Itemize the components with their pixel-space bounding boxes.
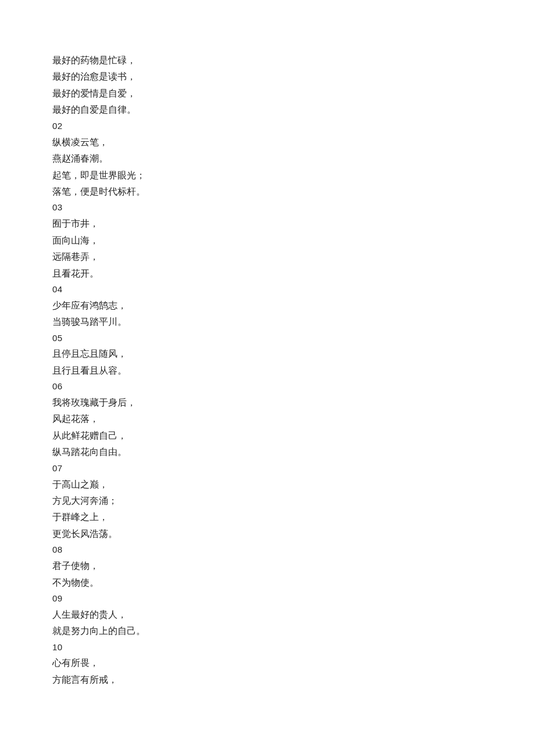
text-line: 04 — [52, 282, 459, 298]
document-body: 最好的药物是忙碌，最好的治愈是读书，最好的爱情是自爱，最好的自爱是自律。02纵横… — [52, 52, 459, 688]
text-line: 更觉长风浩荡。 — [52, 526, 459, 542]
text-line: 纵横凌云笔， — [52, 134, 459, 151]
text-line: 方能言有所戒， — [52, 672, 459, 688]
text-line: 07 — [52, 461, 459, 476]
text-line: 且行且看且从容。 — [52, 363, 459, 379]
text-line: 最好的药物是忙碌， — [52, 52, 459, 69]
text-line: 囿于市井， — [52, 216, 459, 232]
text-line: 03 — [52, 200, 459, 216]
text-line: 最好的治愈是读书， — [52, 69, 459, 85]
text-line: 人生最好的贵人， — [52, 607, 459, 623]
text-line: 于高山之巅， — [52, 476, 459, 493]
text-line: 05 — [52, 331, 459, 346]
text-line: 我将玫瑰藏于身后， — [52, 395, 459, 411]
text-line: 且停且忘且随风， — [52, 346, 459, 362]
text-line: 纵马踏花向自由。 — [52, 444, 459, 460]
text-line: 心有所畏， — [52, 655, 459, 671]
text-line: 且看花开。 — [52, 266, 459, 282]
text-line: 于群峰之上， — [52, 509, 459, 525]
text-line: 方见大河奔涌； — [52, 493, 459, 509]
text-line: 就是努力向上的自己。 — [52, 623, 459, 639]
text-line: 君子使物， — [52, 558, 459, 574]
text-line: 落笔，便是时代标杆。 — [52, 184, 459, 200]
text-line: 当骑骏马踏平川。 — [52, 314, 459, 330]
text-line: 风起花落， — [52, 411, 459, 427]
text-line: 远隔巷弄， — [52, 249, 459, 265]
text-line: 09 — [52, 591, 459, 607]
text-line: 少年应有鸿鹄志， — [52, 298, 459, 314]
text-line: 面向山海， — [52, 232, 459, 249]
text-line: 最好的爱情是自爱， — [52, 85, 459, 102]
text-line: 08 — [52, 542, 459, 558]
text-line: 燕赵涌春潮。 — [52, 151, 459, 167]
text-line: 从此鲜花赠自己， — [52, 428, 459, 444]
text-line: 起笔，即是世界眼光； — [52, 167, 459, 184]
text-line: 不为物使。 — [52, 575, 459, 591]
text-line: 02 — [52, 119, 459, 134]
text-line: 10 — [52, 640, 459, 655]
text-line: 最好的自爱是自律。 — [52, 102, 459, 118]
text-line: 06 — [52, 379, 459, 395]
